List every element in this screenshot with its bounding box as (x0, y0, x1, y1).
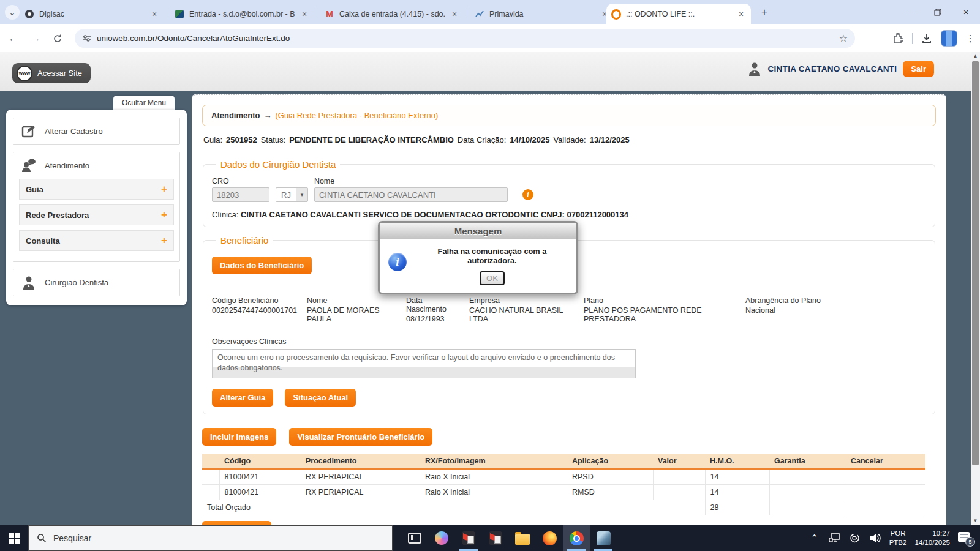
browser-tab-strip: ⌄ Digisac × Entrada - s.d.o@bol.com.br -… (0, 0, 980, 24)
profile-avatar[interactable] (941, 30, 957, 47)
dentist-name-input[interactable] (314, 187, 508, 202)
clinic-label: Clínica: (212, 210, 238, 219)
tray-chevron-icon[interactable]: ⌃ (809, 532, 821, 544)
chrome-button[interactable] (563, 525, 590, 551)
sidebar-item-rede-prestadora[interactable]: Rede Prestadora + (19, 204, 174, 225)
window-restore-button[interactable] (924, 0, 952, 24)
field-label: Plano (584, 296, 739, 305)
copilot-icon (435, 531, 448, 545)
status-value: PENDENTE DE LIBERAÇÃO INTERCÂMBIO (289, 135, 454, 144)
logout-button[interactable]: Sair (903, 61, 934, 77)
sidebar: Alterar Cadastro Atendimento Guia + R (6, 110, 187, 305)
scroll-down-icon[interactable]: ▼ (971, 517, 980, 525)
notification-badge: 5 (965, 537, 975, 547)
sidebar-item-consulta[interactable]: Consulta + (19, 230, 174, 251)
uf-select[interactable]: RJ ▾ (276, 187, 308, 202)
situacao-atual-button[interactable]: Situação Atual (285, 389, 356, 407)
incluir-imagens-button[interactable]: Incluir Imagens (202, 428, 276, 446)
guia-label: Guia: (203, 135, 222, 144)
guia-number: 2501952 (226, 135, 257, 144)
task-view-button[interactable] (401, 525, 428, 551)
page-scrollbar[interactable]: ▲ ▼ (971, 52, 980, 525)
cro-input[interactable] (212, 187, 270, 202)
taskbar-search[interactable]: Pesquisar (28, 525, 393, 551)
start-button[interactable] (0, 525, 28, 551)
tab-odonto-life-active[interactable]: .:: ODONTO LIFE ::. × (606, 4, 751, 24)
tab-bol-mail[interactable]: Entrada - s.d.o@bol.com.br - BO × (170, 4, 314, 24)
camera-icon[interactable] (849, 532, 861, 544)
volume-icon[interactable] (869, 532, 881, 544)
tab-close-icon[interactable]: × (450, 9, 459, 19)
tab-search-button[interactable]: ⌄ (5, 5, 20, 20)
forward-button[interactable]: → (27, 30, 44, 47)
sidebar-item-label: Alterar Cadastro (45, 127, 103, 136)
network-icon[interactable] (829, 532, 841, 544)
chrome-icon (570, 531, 584, 545)
total-hmo-value: 28 (705, 500, 769, 515)
info-icon[interactable]: i (522, 189, 533, 200)
cell-procedimento: RX PERIAPICAL (301, 485, 420, 500)
new-tab-button[interactable]: + (758, 6, 771, 18)
sidebar-item-alterar-cadastro[interactable]: Alterar Cadastro (13, 118, 180, 145)
downloads-icon[interactable] (921, 33, 932, 44)
copilot-button[interactable] (428, 525, 455, 551)
clock[interactable]: 10:27 14/10/2025 (914, 529, 950, 547)
sidebar-item-atendimento[interactable]: Atendimento (13, 152, 179, 179)
alterar-guia-button[interactable]: Alterar Guia (212, 389, 273, 407)
expand-plus-icon[interactable]: + (161, 209, 167, 221)
app-button-2[interactable] (482, 525, 509, 551)
expand-plus-icon[interactable]: + (161, 183, 167, 195)
sidebar-item-guia[interactable]: Guia + (19, 179, 174, 200)
hide-menu-button[interactable]: Ocultar Menu (113, 96, 175, 110)
nome-label: Nome (314, 177, 508, 186)
total-label: Total Orçado (202, 500, 653, 515)
breadcrumb: Atendimento → (Guia Rede Prestadora - Be… (202, 105, 936, 126)
select-caret-icon[interactable]: ▾ (296, 188, 307, 201)
scrollbar-thumb[interactable] (972, 61, 979, 465)
col-garantia: Garantia (769, 454, 846, 469)
beneficiary-fields: Código Beneficiário00202547447400001701 … (212, 296, 926, 323)
firefox-button[interactable] (536, 525, 563, 551)
cancelar-guia-button[interactable]: Cancelar Guia (202, 521, 271, 525)
field-value: PAOLA DE MORAES PAULA (307, 306, 400, 323)
address-bar[interactable]: unioweb.com.br/Odonto/CancelarAtoGuiaInt… (75, 29, 855, 48)
image-app-button[interactable] (590, 525, 617, 551)
tab-primavida[interactable]: Primavida × (470, 4, 614, 24)
window-controls: – × (895, 0, 980, 24)
language-indicator[interactable]: POR PTB2 (889, 529, 907, 547)
tab-close-icon[interactable]: × (149, 9, 159, 19)
file-explorer-button[interactable] (509, 525, 536, 551)
tab-gmail[interactable]: M Caixa de entrada (4.415) - sdo.i × (320, 4, 464, 24)
tab-close-icon[interactable]: × (300, 9, 309, 19)
tab-digisac[interactable]: Digisac × (20, 4, 164, 24)
cell-aplicacao: RPSD (567, 469, 653, 485)
file-explorer-icon (515, 534, 530, 545)
extensions-icon[interactable] (892, 33, 903, 44)
tab-title: .:: ODONTO LIFE ::. (626, 10, 731, 18)
expand-plus-icon[interactable]: + (161, 234, 167, 247)
app-button-1[interactable] (455, 525, 482, 551)
dialog-ok-button[interactable]: OK (480, 271, 505, 285)
visualizar-prontuario-button[interactable]: Visualizar Prontuário Beneficiário (289, 428, 432, 446)
dialog-title: Mensagem (380, 223, 576, 239)
notification-center-button[interactable]: 5 (958, 531, 974, 545)
tab-title: Entrada - s.d.o@bol.com.br - BO (189, 10, 295, 18)
table-row: 81000421 RX PERIAPICAL Raio X Inicial RP… (202, 469, 925, 485)
window-close-button[interactable]: × (952, 0, 980, 24)
main-panel: Atendimento → (Guia Rede Prestadora - Be… (192, 94, 946, 525)
sidebar-item-cirurgiao-dentista[interactable]: Cirurgião Dentista (13, 269, 180, 296)
access-site-button[interactable]: www Acessar Site (12, 63, 91, 83)
cell-codigo: 81000421 (219, 485, 301, 500)
browser-menu-icon[interactable]: ⋮ (966, 33, 975, 44)
bookmark-star-icon[interactable]: ☆ (839, 32, 848, 44)
window-minimize-button[interactable]: – (895, 0, 924, 24)
site-settings-icon[interactable] (82, 34, 91, 43)
beneficiary-data-button[interactable]: Dados do Beneficiário (212, 257, 312, 274)
scroll-up-icon[interactable]: ▲ (971, 52, 980, 61)
reload-button[interactable] (49, 30, 66, 47)
attendance-icon (21, 158, 37, 174)
clinical-observations-textarea[interactable]: Ocorreu um erro no processamento da requ… (212, 349, 636, 378)
image-app-icon (597, 531, 611, 545)
tab-close-icon[interactable]: × (736, 9, 746, 19)
back-button[interactable]: ← (5, 30, 22, 47)
